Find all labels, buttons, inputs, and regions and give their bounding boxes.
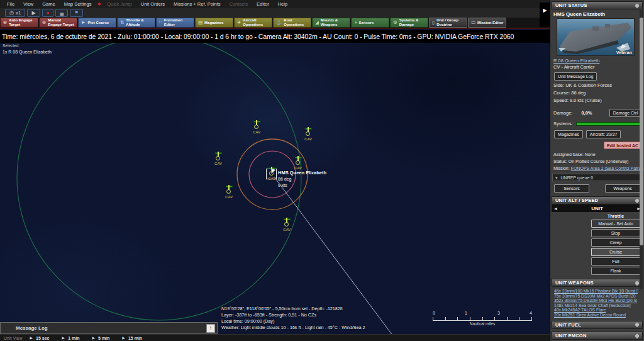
- edit-hosted-ac-button[interactable]: Edit hosted AC: [604, 142, 641, 149]
- unrep-queue-bar[interactable]: ▾ UNREP queue:0: [552, 174, 642, 181]
- pin-icon[interactable]: [635, 198, 640, 203]
- interval-15sec[interactable]: ▶15 sec: [30, 336, 49, 340]
- interval-5min[interactable]: ▶5 min: [92, 336, 109, 340]
- aircraft-count-button[interactable]: Aircraft: 20/27: [586, 130, 621, 138]
- map-unit[interactable]: CAV: [252, 121, 262, 134]
- auto-engage-target-button[interactable]: ⊕Auto Engage Target: [0, 18, 38, 28]
- unit-status-header: UNIT STATUS: [552, 1, 643, 9]
- manual-engage-target-button[interactable]: ⊗Manual Engage Target: [39, 18, 77, 28]
- weapon-link[interactable]: 75x 30mm/75 DS30M Mk2 APDS Burst [20: [554, 294, 641, 299]
- weapons-list: 45x 20mm/100 Mk15 Phalanx Blk 1B Burst […: [554, 289, 641, 318]
- unit-type-label: CV - Aircraft Carrier: [553, 64, 644, 70]
- boat-operations-button[interactable]: ⚓Boat Operations: [273, 18, 311, 28]
- menu-map-settings[interactable]: Map Settings: [60, 1, 96, 7]
- mission-link[interactable]: FONOPS Area 2 (Sea Control Patrol): [571, 165, 644, 171]
- magazines-icon: ▤: [198, 20, 203, 25]
- play-icon: ▶: [30, 336, 33, 340]
- systems-damage-button[interactable]: ⚙Systems & Damage: [390, 18, 428, 28]
- side-label: Side: UK & Coalition Forces: [553, 82, 644, 88]
- pin-icon[interactable]: [635, 322, 640, 327]
- time-status-bar: Time: miércoles, 6 de octubre de 2021 - …: [0, 30, 550, 43]
- map-info-readout: N19°05'28", E118°06'05" - 5,50nm from se…: [221, 306, 365, 331]
- formation-editor-button[interactable]: ∷Formation Editor: [156, 18, 194, 28]
- magazines-button[interactable]: ▤Magazines: [195, 18, 233, 28]
- sensors-panel-button[interactable]: Sensors: [554, 184, 589, 193]
- assigned-base-label: Assigned base: None: [553, 152, 644, 157]
- throttle-creep-button[interactable]: Creep: [591, 238, 640, 247]
- selected-unit-name: HMS Queen Elizabeth: [278, 170, 326, 176]
- scale-ticks: [433, 316, 532, 321]
- map-unit[interactable]: CAV: [303, 128, 313, 141]
- unit-fuel-header: UNIT FUEL: [552, 321, 643, 329]
- throttle-flank-button[interactable]: Flank: [591, 267, 640, 275]
- menu-missions-ref-points[interactable]: Missions + Ref. Points: [169, 1, 225, 7]
- mounts-weapons-button[interactable]: ◢Mounts & Weapons: [312, 18, 350, 28]
- interval-1min[interactable]: ▶1 min: [62, 336, 80, 340]
- formation-editor-icon: ∷: [159, 20, 162, 25]
- sensor-range-ring: [17, 43, 301, 320]
- pin-icon[interactable]: [635, 3, 640, 8]
- time-compression-button[interactable]: ◷ x1: [5, 9, 25, 17]
- magazines-panel-button[interactable]: Magazines: [554, 130, 583, 138]
- menu-unit-orders[interactable]: Unit Orders: [136, 1, 169, 7]
- throttle-full-button[interactable]: Full: [591, 257, 640, 266]
- selected-unit-course: 86 deg: [278, 177, 291, 181]
- unit-group-doctrine-button[interactable]: ▯Unit / Group Doctrine: [429, 18, 467, 28]
- map-unit[interactable]: CAV: [224, 186, 234, 199]
- scale-tick-label: 3: [497, 311, 500, 315]
- pin-icon[interactable]: [635, 280, 640, 285]
- weapon-link[interactable]: 352x 30mm/75 DS30M Mk3 HE Burst [20 m: [554, 298, 641, 303]
- pin-icon[interactable]: [635, 333, 640, 338]
- menu-file[interactable]: File: [3, 1, 19, 7]
- auto-engage-icon: ⊕: [3, 20, 7, 25]
- menu-editor[interactable]: Editor: [252, 1, 274, 7]
- map-view[interactable]: Selected: 1x R 08 Queen Elizabeth CAV CA…: [0, 43, 550, 334]
- prev-unit-arrow[interactable]: ◄: [553, 206, 558, 211]
- play-icon: ▶: [31, 11, 35, 16]
- menu-view[interactable]: View: [19, 1, 38, 7]
- throttle-manual-auto-button[interactable]: Manual - Set Auto: [591, 220, 640, 228]
- weapons-panel-button[interactable]: Weapons: [605, 184, 640, 193]
- throttle-stop-button[interactable]: Stop: [591, 229, 640, 237]
- expand-message-log-button[interactable]: ↑: [206, 324, 215, 333]
- bridge-view-button[interactable]: ▄: [55, 9, 68, 17]
- scale-caption: Nautical miles: [433, 321, 532, 326]
- aircraft-operations-button[interactable]: ✈Aircraft Operations: [234, 18, 272, 28]
- menu-help[interactable]: Help: [274, 1, 292, 7]
- sensors-button[interactable]: ◑Sensors: [351, 18, 389, 28]
- weapon-link[interactable]: 20x Mk251 Siren Active Decoy Round: [554, 313, 641, 318]
- throttle-cruise-button[interactable]: Cruise: [591, 248, 640, 256]
- mission-editor-button[interactable]: ▭Mission Editor: [468, 18, 506, 28]
- panel-scrollbar-thumb[interactable]: [640, 18, 643, 245]
- plot-course-button[interactable]: ►Plot Course: [78, 18, 116, 28]
- weapon-link[interactable]: 40x Mk245A2 TALOS Flare: [554, 308, 641, 313]
- throttle-label: Throttle: [591, 214, 640, 218]
- run-button[interactable]: ▶: [27, 9, 40, 17]
- throttle-altitude-icon: ⇅: [120, 20, 124, 25]
- unit-message-log-button[interactable]: Unit Message Log: [554, 72, 597, 81]
- reference-point-button[interactable]: ⚑: [70, 9, 83, 17]
- damage-ctrl-button[interactable]: Damage Ctrl: [609, 109, 641, 117]
- map-unit[interactable]: CAV: [282, 218, 292, 232]
- map-unit[interactable]: CAV: [293, 157, 303, 170]
- interval-15min[interactable]: ▶15 min: [122, 336, 142, 340]
- unit-weapons-header: UNIT WEAPONS: [552, 279, 643, 287]
- weapon-link[interactable]: 45x 20mm/100 Mk15 Phalanx Blk 1B Burst [: [554, 289, 641, 294]
- map-unit[interactable]: CAV: [213, 152, 223, 165]
- scale-tick-label: 4: [530, 311, 532, 315]
- message-log-title: Message Log: [16, 325, 206, 331]
- time-multiplier-label: x1: [16, 10, 21, 16]
- weapon-link[interactable]: 148x Mk214 Sea Gnat Chaff [Seduction]: [554, 303, 641, 308]
- mission-row: Mission: FONOPS Area 2 (Sea Control Patr…: [553, 165, 644, 171]
- throttle-altitude-button[interactable]: ⇅Throttle & Altitude: [117, 18, 155, 28]
- menu-game[interactable]: Game: [38, 1, 59, 7]
- panel-collapse-button[interactable]: ▶: [540, 3, 550, 27]
- message-log-bar[interactable]: Message Log ↑: [0, 322, 218, 334]
- play-icon: ▶: [62, 336, 65, 340]
- record-button[interactable]: ●: [42, 9, 54, 17]
- unit-status-label: Status: On Plotted Course (Underway): [553, 159, 644, 164]
- unit-strip-label: UNIT: [591, 206, 603, 211]
- unit-label: CAV: [224, 195, 234, 199]
- unit-class-link[interactable]: R 08 Queen Elizabeth: [553, 58, 644, 64]
- bottom-status-bar: Unit View ▶15 sec ▶1 min ▶5 min ▶15 min: [0, 334, 550, 341]
